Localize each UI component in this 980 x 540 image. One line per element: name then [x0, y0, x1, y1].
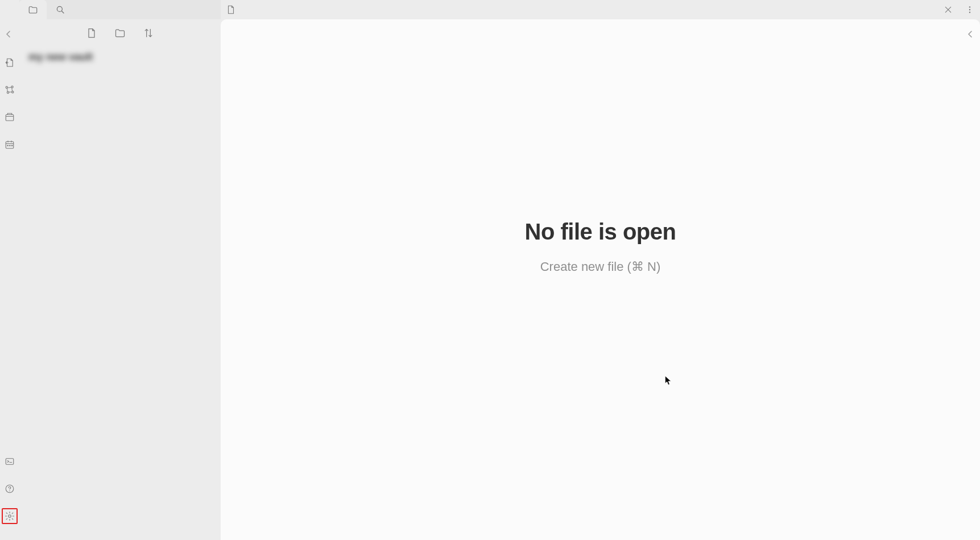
ribbon-daily-note[interactable]: [2, 137, 18, 152]
file-tree[interactable]: my new vault: [19, 47, 221, 540]
new-file-icon: [86, 27, 97, 39]
create-new-file-link[interactable]: Create new file (⌘ N): [525, 259, 676, 274]
svg-point-16: [969, 11, 970, 13]
empty-title: No file is open: [525, 219, 676, 245]
more-vertical-icon: [965, 5, 974, 14]
graph-icon: [5, 85, 15, 95]
chevron-left-icon: [6, 30, 11, 38]
search-icon: [55, 5, 65, 15]
calendar-icon: [5, 139, 15, 150]
ribbon-settings[interactable]: [2, 508, 18, 524]
sort-icon: [143, 27, 154, 39]
gear-icon: [5, 511, 15, 521]
new-file-icon: [226, 5, 236, 15]
svg-rect-9: [6, 459, 14, 465]
sidebar-tab-files[interactable]: [19, 0, 47, 19]
ribbon-graph-view[interactable]: [2, 82, 18, 98]
collapse-right-sidebar-button[interactable]: [965, 28, 975, 40]
folder-icon: [28, 5, 38, 15]
svg-point-0: [6, 86, 7, 88]
file-arrow-icon: [5, 57, 15, 68]
canvas-icon: [5, 112, 15, 122]
terminal-icon: [5, 456, 15, 467]
svg-point-15: [969, 9, 970, 10]
tab-more-button[interactable]: [963, 3, 977, 17]
svg-point-11: [9, 490, 10, 492]
help-icon: [5, 484, 15, 494]
tab-close-button[interactable]: [941, 3, 955, 17]
svg-rect-8: [11, 145, 13, 146]
vault-name[interactable]: my new vault: [28, 51, 212, 63]
main-pane: No file is open Create new file (⌘ N): [221, 0, 980, 540]
left-ribbon: [0, 0, 19, 540]
svg-point-12: [9, 515, 11, 518]
sidebar-tab-search[interactable]: [47, 0, 74, 19]
svg-point-14: [969, 6, 970, 7]
chevron-left-icon: [967, 30, 973, 38]
ribbon-help[interactable]: [2, 481, 18, 497]
ribbon-command-palette[interactable]: [2, 454, 18, 469]
collapse-left-sidebar-button[interactable]: [3, 28, 14, 40]
svg-rect-4: [6, 115, 14, 121]
folder-icon: [114, 27, 126, 39]
tab-bar: [221, 0, 980, 19]
editor-empty-state: No file is open Create new file (⌘ N): [221, 19, 980, 540]
sidebar-toolbar: [19, 19, 221, 47]
svg-point-1: [11, 86, 13, 88]
ribbon-quick-switcher[interactable]: [2, 55, 18, 71]
new-note-button[interactable]: [85, 26, 98, 40]
ribbon-canvas[interactable]: [2, 109, 18, 125]
svg-point-3: [12, 91, 14, 93]
new-folder-button[interactable]: [113, 26, 127, 40]
svg-rect-7: [9, 145, 10, 146]
close-icon: [944, 5, 953, 14]
sort-button[interactable]: [142, 26, 155, 40]
tab-new[interactable]: [224, 3, 238, 17]
sidebar-tabs: [19, 0, 221, 19]
svg-rect-6: [7, 145, 9, 146]
svg-point-2: [7, 92, 9, 93]
file-sidebar: my new vault: [19, 0, 221, 540]
